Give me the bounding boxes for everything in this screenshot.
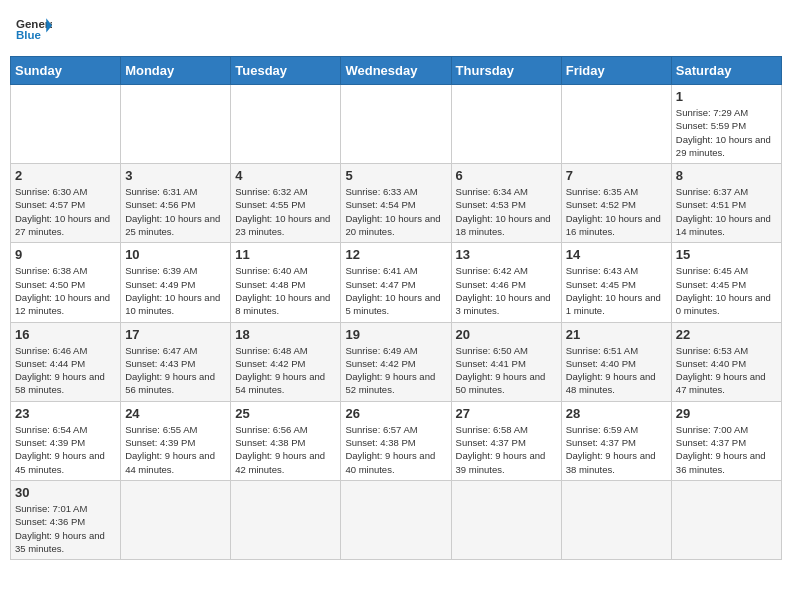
day-info: Sunrise: 6:42 AM Sunset: 4:46 PM Dayligh… bbox=[456, 264, 557, 317]
day-number: 22 bbox=[676, 327, 777, 342]
day-number: 10 bbox=[125, 247, 226, 262]
day-info: Sunrise: 7:29 AM Sunset: 5:59 PM Dayligh… bbox=[676, 106, 777, 159]
calendar-cell: 26Sunrise: 6:57 AM Sunset: 4:38 PM Dayli… bbox=[341, 401, 451, 480]
calendar-cell bbox=[451, 85, 561, 164]
day-info: Sunrise: 6:58 AM Sunset: 4:37 PM Dayligh… bbox=[456, 423, 557, 476]
day-info: Sunrise: 6:59 AM Sunset: 4:37 PM Dayligh… bbox=[566, 423, 667, 476]
day-number: 19 bbox=[345, 327, 446, 342]
day-number: 29 bbox=[676, 406, 777, 421]
day-info: Sunrise: 6:49 AM Sunset: 4:42 PM Dayligh… bbox=[345, 344, 446, 397]
calendar-week-5: 23Sunrise: 6:54 AM Sunset: 4:39 PM Dayli… bbox=[11, 401, 782, 480]
calendar-cell: 1Sunrise: 7:29 AM Sunset: 5:59 PM Daylig… bbox=[671, 85, 781, 164]
calendar-cell: 16Sunrise: 6:46 AM Sunset: 4:44 PM Dayli… bbox=[11, 322, 121, 401]
calendar-cell: 2Sunrise: 6:30 AM Sunset: 4:57 PM Daylig… bbox=[11, 164, 121, 243]
calendar-cell: 18Sunrise: 6:48 AM Sunset: 4:42 PM Dayli… bbox=[231, 322, 341, 401]
calendar-cell: 20Sunrise: 6:50 AM Sunset: 4:41 PM Dayli… bbox=[451, 322, 561, 401]
day-info: Sunrise: 6:53 AM Sunset: 4:40 PM Dayligh… bbox=[676, 344, 777, 397]
calendar-cell: 5Sunrise: 6:33 AM Sunset: 4:54 PM Daylig… bbox=[341, 164, 451, 243]
calendar-cell: 19Sunrise: 6:49 AM Sunset: 4:42 PM Dayli… bbox=[341, 322, 451, 401]
day-info: Sunrise: 6:56 AM Sunset: 4:38 PM Dayligh… bbox=[235, 423, 336, 476]
day-number: 16 bbox=[15, 327, 116, 342]
day-number: 9 bbox=[15, 247, 116, 262]
calendar-cell: 9Sunrise: 6:38 AM Sunset: 4:50 PM Daylig… bbox=[11, 243, 121, 322]
svg-text:Blue: Blue bbox=[16, 29, 42, 41]
day-info: Sunrise: 6:34 AM Sunset: 4:53 PM Dayligh… bbox=[456, 185, 557, 238]
day-number: 15 bbox=[676, 247, 777, 262]
calendar-cell: 28Sunrise: 6:59 AM Sunset: 4:37 PM Dayli… bbox=[561, 401, 671, 480]
day-number: 27 bbox=[456, 406, 557, 421]
day-number: 28 bbox=[566, 406, 667, 421]
calendar-week-1: 1Sunrise: 7:29 AM Sunset: 5:59 PM Daylig… bbox=[11, 85, 782, 164]
calendar-week-6: 30Sunrise: 7:01 AM Sunset: 4:36 PM Dayli… bbox=[11, 480, 782, 559]
calendar-cell bbox=[231, 480, 341, 559]
day-number: 25 bbox=[235, 406, 336, 421]
day-number: 8 bbox=[676, 168, 777, 183]
day-info: Sunrise: 6:38 AM Sunset: 4:50 PM Dayligh… bbox=[15, 264, 116, 317]
day-info: Sunrise: 6:50 AM Sunset: 4:41 PM Dayligh… bbox=[456, 344, 557, 397]
calendar-cell: 27Sunrise: 6:58 AM Sunset: 4:37 PM Dayli… bbox=[451, 401, 561, 480]
day-number: 24 bbox=[125, 406, 226, 421]
calendar-cell: 29Sunrise: 7:00 AM Sunset: 4:37 PM Dayli… bbox=[671, 401, 781, 480]
calendar-cell: 24Sunrise: 6:55 AM Sunset: 4:39 PM Dayli… bbox=[121, 401, 231, 480]
day-info: Sunrise: 6:45 AM Sunset: 4:45 PM Dayligh… bbox=[676, 264, 777, 317]
day-info: Sunrise: 6:40 AM Sunset: 4:48 PM Dayligh… bbox=[235, 264, 336, 317]
calendar-cell: 8Sunrise: 6:37 AM Sunset: 4:51 PM Daylig… bbox=[671, 164, 781, 243]
day-info: Sunrise: 6:32 AM Sunset: 4:55 PM Dayligh… bbox=[235, 185, 336, 238]
day-info: Sunrise: 6:43 AM Sunset: 4:45 PM Dayligh… bbox=[566, 264, 667, 317]
calendar-week-3: 9Sunrise: 6:38 AM Sunset: 4:50 PM Daylig… bbox=[11, 243, 782, 322]
calendar-cell: 13Sunrise: 6:42 AM Sunset: 4:46 PM Dayli… bbox=[451, 243, 561, 322]
day-number: 1 bbox=[676, 89, 777, 104]
calendar-cell: 10Sunrise: 6:39 AM Sunset: 4:49 PM Dayli… bbox=[121, 243, 231, 322]
day-info: Sunrise: 6:35 AM Sunset: 4:52 PM Dayligh… bbox=[566, 185, 667, 238]
day-number: 5 bbox=[345, 168, 446, 183]
calendar-cell: 11Sunrise: 6:40 AM Sunset: 4:48 PM Dayli… bbox=[231, 243, 341, 322]
calendar-cell: 30Sunrise: 7:01 AM Sunset: 4:36 PM Dayli… bbox=[11, 480, 121, 559]
day-header-monday: Monday bbox=[121, 57, 231, 85]
day-header-wednesday: Wednesday bbox=[341, 57, 451, 85]
calendar-cell bbox=[561, 85, 671, 164]
logo: General Blue bbox=[16, 14, 52, 44]
calendar-cell: 14Sunrise: 6:43 AM Sunset: 4:45 PM Dayli… bbox=[561, 243, 671, 322]
day-info: Sunrise: 6:47 AM Sunset: 4:43 PM Dayligh… bbox=[125, 344, 226, 397]
day-number: 11 bbox=[235, 247, 336, 262]
day-number: 23 bbox=[15, 406, 116, 421]
day-info: Sunrise: 6:55 AM Sunset: 4:39 PM Dayligh… bbox=[125, 423, 226, 476]
calendar-cell bbox=[121, 85, 231, 164]
day-header-thursday: Thursday bbox=[451, 57, 561, 85]
calendar-cell: 25Sunrise: 6:56 AM Sunset: 4:38 PM Dayli… bbox=[231, 401, 341, 480]
day-number: 2 bbox=[15, 168, 116, 183]
logo-icon: General Blue bbox=[16, 14, 52, 44]
day-header-tuesday: Tuesday bbox=[231, 57, 341, 85]
day-number: 12 bbox=[345, 247, 446, 262]
calendar-week-2: 2Sunrise: 6:30 AM Sunset: 4:57 PM Daylig… bbox=[11, 164, 782, 243]
calendar-cell: 15Sunrise: 6:45 AM Sunset: 4:45 PM Dayli… bbox=[671, 243, 781, 322]
day-number: 20 bbox=[456, 327, 557, 342]
day-info: Sunrise: 6:31 AM Sunset: 4:56 PM Dayligh… bbox=[125, 185, 226, 238]
calendar-cell bbox=[121, 480, 231, 559]
day-header-saturday: Saturday bbox=[671, 57, 781, 85]
day-number: 7 bbox=[566, 168, 667, 183]
calendar-cell bbox=[561, 480, 671, 559]
calendar-cell bbox=[341, 480, 451, 559]
day-number: 21 bbox=[566, 327, 667, 342]
calendar: SundayMondayTuesdayWednesdayThursdayFrid… bbox=[10, 56, 782, 560]
calendar-cell: 12Sunrise: 6:41 AM Sunset: 4:47 PM Dayli… bbox=[341, 243, 451, 322]
day-info: Sunrise: 7:00 AM Sunset: 4:37 PM Dayligh… bbox=[676, 423, 777, 476]
calendar-cell: 17Sunrise: 6:47 AM Sunset: 4:43 PM Dayli… bbox=[121, 322, 231, 401]
calendar-cell: 7Sunrise: 6:35 AM Sunset: 4:52 PM Daylig… bbox=[561, 164, 671, 243]
calendar-cell bbox=[451, 480, 561, 559]
day-number: 30 bbox=[15, 485, 116, 500]
day-info: Sunrise: 6:41 AM Sunset: 4:47 PM Dayligh… bbox=[345, 264, 446, 317]
calendar-cell: 4Sunrise: 6:32 AM Sunset: 4:55 PM Daylig… bbox=[231, 164, 341, 243]
calendar-cell bbox=[231, 85, 341, 164]
day-number: 4 bbox=[235, 168, 336, 183]
calendar-cell: 3Sunrise: 6:31 AM Sunset: 4:56 PM Daylig… bbox=[121, 164, 231, 243]
day-header-friday: Friday bbox=[561, 57, 671, 85]
day-info: Sunrise: 6:48 AM Sunset: 4:42 PM Dayligh… bbox=[235, 344, 336, 397]
day-header-sunday: Sunday bbox=[11, 57, 121, 85]
day-info: Sunrise: 7:01 AM Sunset: 4:36 PM Dayligh… bbox=[15, 502, 116, 555]
day-info: Sunrise: 6:37 AM Sunset: 4:51 PM Dayligh… bbox=[676, 185, 777, 238]
day-info: Sunrise: 6:39 AM Sunset: 4:49 PM Dayligh… bbox=[125, 264, 226, 317]
day-info: Sunrise: 6:30 AM Sunset: 4:57 PM Dayligh… bbox=[15, 185, 116, 238]
calendar-cell: 23Sunrise: 6:54 AM Sunset: 4:39 PM Dayli… bbox=[11, 401, 121, 480]
